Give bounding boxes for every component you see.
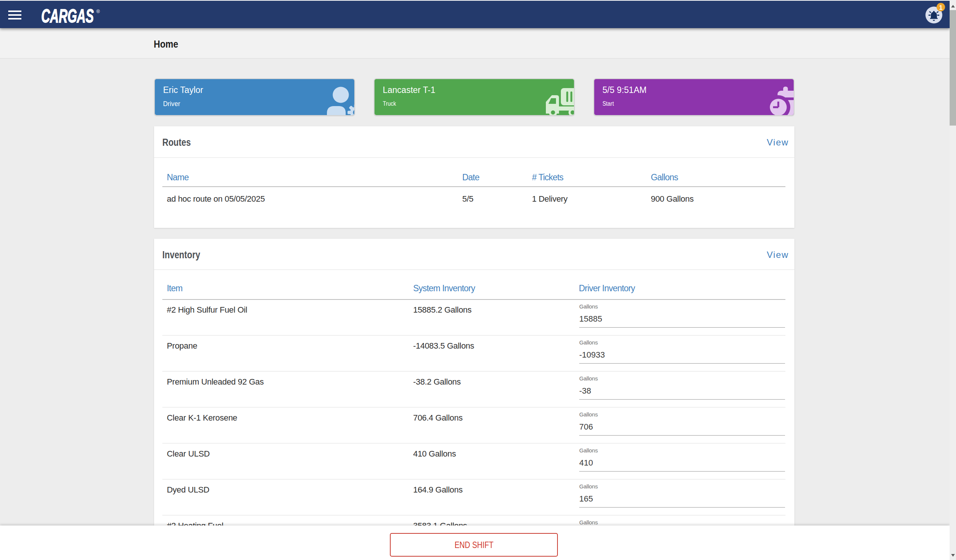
svg-text:®: ® [96,9,100,14]
svg-text:CARGAS: CARGAS [41,6,94,27]
svg-text:1: 1 [939,4,942,11]
